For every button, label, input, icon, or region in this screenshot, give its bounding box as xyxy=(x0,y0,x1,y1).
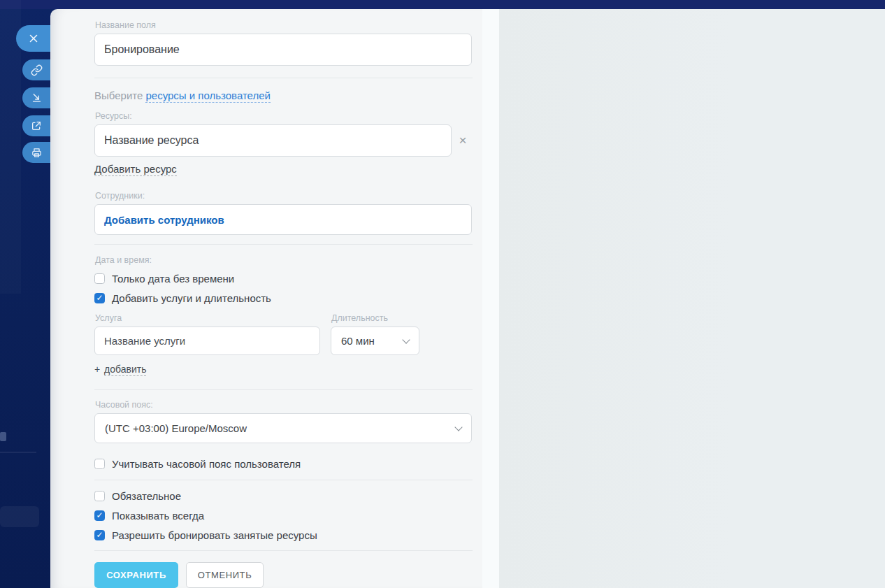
link-icon xyxy=(31,64,43,76)
save-button[interactable]: СОХРАНИТЬ xyxy=(94,562,178,588)
resource-name-input[interactable] xyxy=(94,124,452,157)
print-button[interactable] xyxy=(22,142,50,163)
checkbox-box[interactable] xyxy=(94,530,105,540)
service-fields-row: 60 мин xyxy=(94,327,472,355)
duration-value: 60 мин xyxy=(341,335,375,347)
resources-and-users-link[interactable]: ресурсы и пользователей xyxy=(145,89,270,103)
checkbox-box[interactable] xyxy=(94,293,105,303)
drawer-scroll-gutter[interactable] xyxy=(482,9,499,588)
chevron-down-icon xyxy=(454,423,462,431)
date-time-label: Дата и время: xyxy=(95,255,472,265)
field-name-input[interactable] xyxy=(94,34,472,66)
choose-prefix: Выберите xyxy=(94,89,145,101)
checkbox-always-show[interactable]: Показывать всегда xyxy=(94,510,473,522)
divider xyxy=(94,389,473,390)
open-in-new-button[interactable] xyxy=(22,115,50,136)
checkbox-label: Добавить услуги и длительность xyxy=(112,292,271,304)
checkbox-required[interactable]: Обязательное xyxy=(94,490,473,502)
divider xyxy=(94,550,473,551)
duration-label: Длительность xyxy=(331,313,419,323)
form-actions: СОХРАНИТЬ ОТМЕНИТЬ xyxy=(94,562,472,588)
checkbox-only-date[interactable]: Только дата без времени xyxy=(94,273,473,285)
plus-sign: + xyxy=(94,364,100,375)
chevron-down-icon xyxy=(402,336,410,343)
add-service-word[interactable]: добавить xyxy=(104,364,146,376)
timezone-value: (UTC +03:00) Europe/Moscow xyxy=(105,422,247,434)
checkbox-label: Разрешить бронировать занятые ресурсы xyxy=(112,529,317,541)
dock-arrow-icon xyxy=(31,92,43,104)
cancel-button[interactable]: ОТМЕНИТЬ xyxy=(186,562,264,588)
checkbox-label: Учитывать часовой пояс пользователя xyxy=(112,458,301,470)
service-name-input[interactable] xyxy=(94,327,320,355)
divider xyxy=(94,78,473,78)
options-checkbox-group: Обязательное Показывать всегда Разрешить… xyxy=(94,490,472,541)
service-label: Услуга xyxy=(95,313,320,323)
resources-label: Ресурсы: xyxy=(95,111,472,121)
booking-field-form: Название поля Выберите ресурсы и пользов… xyxy=(50,9,482,588)
duration-select[interactable]: 60 мин xyxy=(331,327,419,355)
divider xyxy=(94,480,473,480)
add-employees-button[interactable]: Добавить сотрудников xyxy=(94,204,472,235)
printer-icon xyxy=(31,147,43,159)
page-backdrop xyxy=(499,9,885,588)
booking-field-settings-panel: Название поля Выберите ресурсы и пользов… xyxy=(50,9,482,588)
checkbox-box[interactable] xyxy=(94,491,105,501)
employees-label: Сотрудники: xyxy=(95,191,472,201)
background-artifact xyxy=(0,452,36,453)
service-labels-row: Услуга Длительность xyxy=(94,313,472,323)
checkbox-box[interactable] xyxy=(94,273,105,284)
background-artifact xyxy=(0,432,6,441)
collapse-button[interactable] xyxy=(22,87,50,108)
top-navy-bar xyxy=(0,0,885,9)
add-service-link[interactable]: + добавить xyxy=(94,364,472,375)
close-icon xyxy=(27,32,40,45)
copy-link-button[interactable] xyxy=(22,59,50,80)
checkbox-box[interactable] xyxy=(94,459,105,469)
field-name-label: Название поля xyxy=(95,20,472,30)
drawer-sidebar xyxy=(0,0,50,588)
checkbox-label: Обязательное xyxy=(112,490,181,502)
add-resource-link[interactable]: Добавить ресурс xyxy=(94,163,177,176)
timezone-label: Часовой пояс: xyxy=(95,400,472,410)
close-drawer-button[interactable] xyxy=(16,25,50,52)
resource-row: × xyxy=(94,124,472,157)
checkbox-allow-busy[interactable]: Разрешить бронировать занятые ресурсы xyxy=(94,529,473,541)
remove-resource-button[interactable]: × xyxy=(454,131,472,150)
checkbox-label: Только дата без времени xyxy=(112,273,234,285)
choose-resources-line: Выберите ресурсы и пользователей xyxy=(94,89,472,101)
divider xyxy=(94,244,473,245)
checkbox-add-services[interactable]: Добавить услуги и длительность xyxy=(94,292,473,304)
add-employees-label: Добавить сотрудников xyxy=(104,214,224,226)
background-artifact xyxy=(0,506,39,527)
checkbox-box[interactable] xyxy=(94,510,105,521)
app-screen: Название поля Выберите ресурсы и пользов… xyxy=(0,0,885,588)
checkbox-label: Показывать всегда xyxy=(112,510,204,522)
external-link-icon xyxy=(31,120,42,131)
checkbox-user-timezone[interactable]: Учитывать часовой пояс пользователя xyxy=(94,458,473,470)
timezone-select[interactable]: (UTC +03:00) Europe/Moscow xyxy=(94,413,472,443)
